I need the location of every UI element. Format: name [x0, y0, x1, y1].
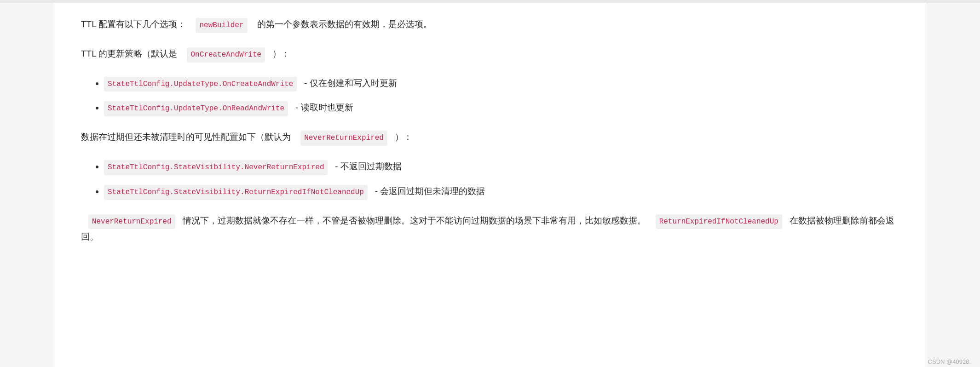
section3-paragraph: 数据在过期但还未被清理时的可见性配置如下（默认为 NeverReturnExpi… — [81, 129, 899, 146]
csdn-watermark: CSDN @40928. — [928, 358, 971, 365]
on-create-and-write-code: OnCreateAndWrite — [187, 47, 265, 63]
section4-paragraph: NeverReturnExpired 情况下，过期数据就像不存在一样，不管是否被… — [81, 213, 899, 245]
return-expired-if-not-cleaned-code: StateTtlConfig.StateVisibility.ReturnExp… — [104, 185, 368, 200]
never-return-expired-inline-code: NeverReturnExpired — [300, 131, 387, 146]
list-item-return-if-not-cleaned: StateTtlConfig.StateVisibility.ReturnExp… — [104, 184, 899, 200]
return-expired-if-not-cleaned-section4-code: ReturnExpiredIfNotCleanedUp — [656, 214, 782, 229]
list-item-on-read: StateTtlConfig.UpdateType.OnReadAndWrite… — [104, 100, 899, 116]
section1-paragraph: TTL 配置有以下几个选项： newBuilder 的第一个参数表示数据的有效期… — [81, 17, 899, 33]
section2-text-before: TTL 的更新策略（默认是 — [81, 49, 177, 58]
section1-text-after: 的第一个参数表示数据的有效期，是必选项。 — [257, 19, 432, 29]
section3-text-after: ）： — [395, 132, 412, 142]
never-return-description: - 不返回过期数据 — [335, 161, 402, 171]
content-area: TTL 配置有以下几个选项： newBuilder 的第一个参数表示数据的有效期… — [53, 3, 927, 367]
section1-text-before: TTL 配置有以下几个选项： — [81, 19, 186, 29]
return-expired-description: - 会返回过期但未清理的数据 — [375, 186, 485, 196]
section4-text-middle: 情况下，过期数据就像不存在一样，不管是否被物理删除。这对于不能访问过期数据的场景… — [183, 216, 646, 225]
never-return-expired-section4-code: NeverReturnExpired — [88, 214, 175, 229]
section3-text-before: 数据在过期但还未被清理时的可见性配置如下（默认为 — [81, 132, 291, 142]
section2-text-after: ）： — [272, 49, 290, 58]
state-ttl-on-read-code: StateTtlConfig.UpdateType.OnReadAndWrite — [104, 101, 288, 116]
update-type-list: StateTtlConfig.UpdateType.OnCreateAndWri… — [104, 75, 899, 117]
new-builder-code: newBuilder — [196, 18, 247, 33]
page-container: TTL 配置有以下几个选项： newBuilder 的第一个参数表示数据的有效期… — [0, 0, 980, 367]
list-item-never-return: StateTtlConfig.StateVisibility.NeverRetu… — [104, 159, 899, 175]
visibility-list: StateTtlConfig.StateVisibility.NeverRetu… — [104, 159, 899, 200]
on-read-description: - 读取时也更新 — [295, 103, 353, 112]
on-create-description: - 仅在创建和写入时更新 — [304, 78, 397, 88]
state-ttl-on-create-code: StateTtlConfig.UpdateType.OnCreateAndWri… — [104, 77, 297, 92]
section2-paragraph: TTL 的更新策略（默认是 OnCreateAndWrite ）： — [81, 46, 899, 63]
list-item-on-create: StateTtlConfig.UpdateType.OnCreateAndWri… — [104, 75, 899, 92]
never-return-expired-code: StateTtlConfig.StateVisibility.NeverRetu… — [104, 160, 328, 175]
